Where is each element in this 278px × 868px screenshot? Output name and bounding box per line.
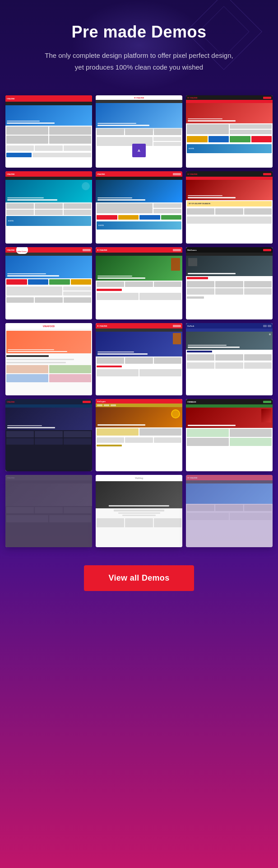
demo-card-5[interactable]: VNAZINE ALASKA bbox=[96, 171, 182, 244]
demo-card-17[interactable]: Viablog bbox=[96, 475, 182, 547]
demo-card-1[interactable]: VNAZINE bbox=[5, 95, 92, 168]
demo-card-8[interactable]: ❖ VNAZINE bbox=[96, 247, 182, 319]
header-section: Pre made Demos The only complete design … bbox=[0, 0, 278, 86]
demo-card-16[interactable]: VNAZINE bbox=[5, 475, 92, 547]
demo-card-10[interactable]: VINAFOOD bbox=[5, 323, 92, 395]
demo-card-18[interactable]: ❖ VNAZINE bbox=[186, 475, 273, 547]
view-all-section: View all Demos bbox=[0, 556, 278, 609]
demo-card-12[interactable]: VinTech bbox=[186, 323, 273, 395]
demo-card-9[interactable]: WinGames bbox=[186, 247, 273, 319]
page-title: Pre made Demos bbox=[14, 23, 264, 42]
demo-card-4[interactable]: VNAZINE ALASKA bbox=[5, 171, 92, 244]
demo-card-3[interactable]: ❖ VNAZINE ALASKA bbox=[186, 95, 273, 168]
demo-card-14[interactable]: VinCrypto bbox=[96, 399, 182, 471]
demo-card-2[interactable]: ❖ VNAZINE A bbox=[96, 95, 182, 168]
demo-card-7[interactable]: VNAZINE Italian Cuisine bbox=[5, 247, 92, 319]
demos-grid: VNAZINE bbox=[0, 86, 278, 556]
demo-card-15[interactable]: VINIMAGE bbox=[186, 399, 273, 471]
demo-card-11[interactable]: ❖ VNAZINE bbox=[96, 323, 182, 395]
demo-card-6[interactable]: ❖ VNAZINE GET 67% DELIVERY ON AMAZON bbox=[186, 171, 273, 244]
page-subtitle: The only complete design platform to off… bbox=[14, 50, 264, 73]
view-all-button[interactable]: View all Demos bbox=[84, 565, 195, 591]
demo-card-13[interactable]: VNAZINE bbox=[5, 399, 92, 471]
